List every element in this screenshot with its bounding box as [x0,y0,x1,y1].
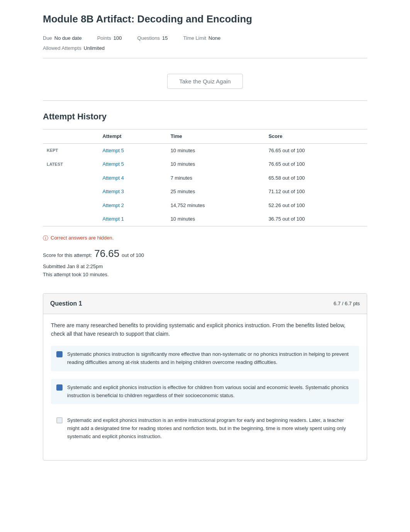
attempt-table-row: Attempt 325 minutes71.12 out of 100 [43,185,367,199]
attempt-history-title: Attempt History [43,110,367,123]
question-1-header: Question 1 6.7 / 6.7 pts [43,294,367,314]
checkbox-indicator [56,417,63,423]
attempt-tag: KEPT [43,143,98,157]
answer-option: Systematic and explicit phonics instruct… [51,412,359,445]
col-attempt: Attempt [98,129,166,144]
score-out-of: out of 100 [122,252,144,259]
attempt-link-cell[interactable]: Attempt 1 [98,212,166,226]
attempt-score: 65.58 out of 100 [264,171,367,185]
attempt-link-cell[interactable]: Attempt 3 [98,185,166,199]
attempt-table-row: Attempt 214,752 minutes52.26 out of 100 [43,199,367,212]
question-1-title: Question 1 [50,299,82,308]
answer-text: Systematic phonics instruction is signif… [67,350,354,367]
question-1-text: There are many researched benefits to pr… [51,321,359,338]
attempt-history-section: Attempt History Attempt Time Score KEPTA… [43,110,367,226]
attempt-link[interactable]: Attempt 2 [102,202,124,208]
time-limit-item: Time Limit None [183,34,221,42]
score-duration: This attempt took 10 minutes. [43,271,367,279]
attempt-link[interactable]: Attempt 3 [102,189,124,194]
points-value: 100 [114,34,122,42]
meta-info-section: Due No due date Points 100 Questions 15 … [43,34,367,58]
quiz-again-section: Take the Quiz Again [43,66,367,101]
attempt-tag [43,185,98,199]
answer-text: Systematic and explicit phonics instruct… [67,416,354,440]
due-label: Due [43,34,52,42]
attempt-time: 10 minutes [167,212,265,226]
attempt-tag [43,171,98,185]
attempt-tag: LATEST [43,157,98,171]
attempt-score: 36.75 out of 100 [264,212,367,226]
answer-text: Systematic and explicit phonics instruct… [67,384,354,400]
attempt-tag [43,212,98,226]
score-value: 76.65 [94,246,119,261]
attempt-link-cell[interactable]: Attempt 5 [98,143,166,157]
question-1-points: 6.7 / 6.7 pts [334,300,360,308]
question-1-body: There are many researched benefits to pr… [43,314,367,460]
questions-label: Questions [137,34,160,42]
attempt-time: 10 minutes [167,143,265,157]
attempt-table-row: LATESTAttempt 510 minutes76.65 out of 10… [43,157,367,171]
attempt-score: 76.65 out of 100 [264,157,367,171]
answer-option: Systematic and explicit phonics instruct… [51,379,359,405]
attempt-link-cell[interactable]: Attempt 4 [98,171,166,185]
col-time: Time [167,129,265,144]
attempt-time: 10 minutes [167,157,265,171]
answer-option: Systematic phonics instruction is signif… [51,346,359,371]
attempt-link[interactable]: Attempt 4 [102,175,124,181]
attempt-table-row: KEPTAttempt 510 minutes76.65 out of 100 [43,143,367,157]
correct-answers-text: Correct answers are hidden. [51,234,114,242]
meta-row-2: Allowed Attempts Unlimited [43,44,367,52]
attempt-score: 71.12 out of 100 [264,185,367,199]
attempt-table-row: Attempt 110 minutes36.75 out of 100 [43,212,367,226]
attempt-score: 76.65 out of 100 [264,143,367,157]
attempt-time: 7 minutes [167,171,265,185]
notice-icon: ⓘ [43,234,48,242]
attempt-time: 25 minutes [167,185,265,199]
attempt-history-table: Attempt Time Score KEPTAttempt 510 minut… [43,129,367,226]
question-1-options: Systematic phonics instruction is signif… [51,346,359,445]
correct-answers-notice: ⓘ Correct answers are hidden. [43,234,367,242]
checkbox-indicator [56,384,63,391]
allowed-label: Allowed Attempts [43,44,81,52]
time-limit-label: Time Limit [183,34,206,42]
points-item: Points 100 [97,34,122,42]
attempt-table-row: Attempt 47 minutes65.58 out of 100 [43,171,367,185]
questions-item: Questions 15 [137,34,168,42]
col-tag [43,129,98,144]
time-limit-value: None [208,34,220,42]
page-title: Module 8B Artifact: Decoding and Encodin… [43,12,367,27]
questions-value: 15 [162,34,168,42]
attempt-link[interactable]: Attempt 5 [102,148,124,153]
attempt-tag [43,199,98,212]
score-submitted: Submitted Jan 8 at 2:25pm [43,263,367,270]
attempt-link-cell[interactable]: Attempt 2 [98,199,166,212]
question-1-section: Question 1 6.7 / 6.7 pts There are many … [43,293,367,461]
due-value: No due date [54,34,82,42]
col-score: Score [264,129,367,144]
meta-row-1: Due No due date Points 100 Questions 15 … [43,34,367,42]
score-section: Score for this attempt: 76.65 out of 100… [43,246,367,286]
allowed-value: Unlimited [84,44,105,52]
attempt-link-cell[interactable]: Attempt 5 [98,157,166,171]
points-label: Points [97,34,111,42]
attempt-link[interactable]: Attempt 1 [102,216,124,222]
take-quiz-again-button[interactable]: Take the Quiz Again [167,74,242,89]
attempt-link[interactable]: Attempt 5 [102,161,124,167]
due-item: Due No due date [43,34,82,42]
score-line: Score for this attempt: 76.65 out of 100 [43,246,367,261]
attempt-time: 14,752 minutes [167,199,265,212]
allowed-item: Allowed Attempts Unlimited [43,44,105,52]
score-label: Score for this attempt: [43,252,92,259]
checkbox-indicator [56,351,63,357]
attempt-score: 52.26 out of 100 [264,199,367,212]
